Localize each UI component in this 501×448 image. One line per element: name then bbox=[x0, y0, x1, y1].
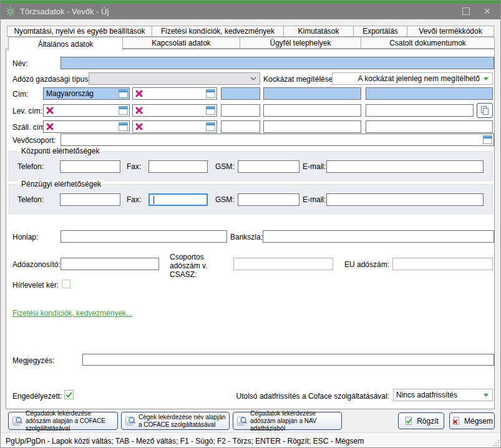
csoportos-adoszam-label: Csoportos adószám v. CSASZ: bbox=[170, 253, 236, 279]
kozponti-groupbox: Központi elérhetőségek Telefon: Fax: GSM… bbox=[9, 151, 493, 181]
szall-irsz-input[interactable] bbox=[221, 120, 260, 133]
browse-window-icon[interactable] bbox=[119, 106, 128, 115]
browse-window-icon[interactable] bbox=[206, 89, 215, 98]
adoazonosito-input[interactable] bbox=[61, 258, 159, 270]
browse-window-icon[interactable] bbox=[119, 89, 128, 98]
vevocsoport-combo[interactable] bbox=[61, 134, 494, 146]
penzugyi-telefon-input[interactable] bbox=[60, 193, 120, 206]
fax-label: Fax: bbox=[127, 195, 141, 204]
tab-vevoi-termekkodok[interactable]: Vevői termékkódok bbox=[407, 26, 494, 37]
clear-red-x-icon[interactable] bbox=[46, 107, 54, 114]
tab-ugyfel-telephelyek[interactable]: Ügyfél telephelyek bbox=[240, 37, 361, 49]
adoazonosito-label: Adóazonosító: bbox=[12, 260, 61, 269]
status-bar: PgUp/PgDn - Lapok közti váltás; TAB - Me… bbox=[1, 432, 501, 448]
telefon-label: Telefon: bbox=[17, 162, 44, 171]
lev-orszag-combo[interactable] bbox=[43, 104, 130, 117]
clear-red-x-icon[interactable] bbox=[135, 123, 143, 130]
clear-red-x-icon[interactable] bbox=[135, 90, 143, 97]
search-document-icon: 100 bbox=[125, 416, 136, 427]
coface-frissites-value: Nincs adatfrissítés bbox=[396, 391, 457, 399]
fax-label: Fax: bbox=[127, 162, 141, 171]
megsem-button[interactable]: Mégsem bbox=[449, 412, 495, 429]
kozponti-telefon-input[interactable] bbox=[60, 160, 120, 173]
szall-orszag-combo[interactable] bbox=[43, 120, 130, 133]
clear-red-x-icon[interactable] bbox=[135, 107, 143, 114]
rogzit-button[interactable]: Rögzít bbox=[398, 412, 444, 429]
browse-window-icon[interactable] bbox=[206, 106, 215, 115]
penzugyi-gsm-input[interactable] bbox=[238, 193, 299, 206]
cancel-x-icon bbox=[451, 416, 461, 426]
button-label: Rögzít bbox=[417, 417, 439, 426]
clear-red-x-icon[interactable] bbox=[46, 123, 54, 130]
app-window: Törzsadatok - Vevők - Új × Nyomtatási, n… bbox=[0, 0, 501, 448]
minimize-button[interactable] bbox=[462, 7, 470, 15]
tab-nyomtatasi-beallitasok[interactable]: Nyomtatási, nyelvi és egyéb beállítások bbox=[7, 26, 152, 37]
kockazat-select[interactable]: A kockázat jelenleg nem megítélhető bbox=[332, 72, 493, 85]
browse-window-icon[interactable] bbox=[119, 122, 128, 131]
footer-bar: 100 Cégadatok lekérdezése adószám alapjá… bbox=[1, 409, 501, 432]
csoportos-adoszam-input[interactable] bbox=[233, 258, 333, 270]
check-icon bbox=[65, 391, 73, 399]
cim-telepules-combo[interactable] bbox=[132, 87, 217, 100]
cim-hazszam-input[interactable] bbox=[366, 87, 493, 100]
megjegyzes-input[interactable] bbox=[82, 354, 494, 366]
honlap-label: Honlap: bbox=[12, 233, 38, 241]
resize-grip[interactable] bbox=[492, 439, 500, 447]
coface-nev-lookup-button[interactable]: 100 Cégek lekérdezése név alapján a COFA… bbox=[121, 412, 230, 430]
kozponti-email-input[interactable] bbox=[326, 160, 484, 173]
penzugyi-groupbox: Pénzügyi elérhetőségek Telefon: Fax: GSM… bbox=[9, 184, 493, 214]
gsm-label: GSM: bbox=[215, 162, 235, 171]
tab-altalanos-adatok[interactable]: Általános adatok bbox=[8, 37, 123, 51]
close-button[interactable]: × bbox=[484, 8, 490, 14]
text-caret bbox=[153, 196, 154, 204]
nev-label: Név: bbox=[12, 59, 28, 68]
tab-row-main: Általános adatok Kapcsolati adatok Ügyfé… bbox=[8, 37, 494, 51]
tab-row-top: Nyomtatási, nyelvi és egyéb beállítások … bbox=[7, 26, 494, 37]
tab-fizetesi-kondiciok[interactable]: Fizetési kondíciók, kedvezmények bbox=[152, 26, 284, 37]
lev-utca-input[interactable] bbox=[263, 104, 361, 117]
coface-adoszam-lookup-button[interactable]: 100 Cégadatok lekérdezése adószám alapjá… bbox=[8, 412, 118, 430]
kockazat-label: Kockázat megítélése: bbox=[263, 75, 335, 84]
app-gear-icon bbox=[6, 7, 15, 16]
szall-telepules-combo[interactable] bbox=[132, 120, 217, 133]
telefon-label: Telefon: bbox=[17, 195, 44, 204]
tab-csatolt-dokumentumok[interactable]: Csatolt dokumentumok bbox=[361, 37, 495, 49]
adozo-tipus-select[interactable] bbox=[89, 72, 260, 85]
kozponti-gsm-input[interactable] bbox=[238, 160, 299, 173]
button-label: Cégadatok lekérdezése adószám alapján a … bbox=[26, 410, 114, 432]
coface-frissites-label: Utolsó adatfrissítés a Coface szolgáltat… bbox=[236, 392, 389, 401]
email-label: E-mail: bbox=[303, 162, 326, 171]
cim-utca-input[interactable] bbox=[263, 87, 361, 100]
nav-adoszam-lookup-button[interactable]: 100 Cégadatok lekérdezése adószám alapjá… bbox=[233, 412, 342, 430]
fizetesi-kondiciok-link[interactable]: Fizetési kondíciók, kedvezmények... bbox=[12, 309, 132, 318]
button-label: Mégsem bbox=[464, 417, 493, 426]
tab-kapcsolati-adatok[interactable]: Kapcsolati adatok bbox=[122, 37, 240, 49]
vevocsoport-label: Vevőcsoport: bbox=[12, 136, 56, 145]
cim-irsz-input[interactable] bbox=[221, 87, 260, 100]
engedelyezett-checkbox[interactable] bbox=[64, 390, 74, 399]
bankszla-input[interactable] bbox=[263, 230, 494, 243]
szall-hazszam-input[interactable] bbox=[366, 120, 493, 133]
nev-input[interactable] bbox=[61, 57, 494, 69]
hirlevel-checkbox[interactable] bbox=[62, 280, 71, 288]
cim-orszag-combo[interactable]: Magyarország bbox=[43, 87, 130, 100]
penzugyi-email-input[interactable] bbox=[326, 193, 484, 206]
browse-window-icon[interactable] bbox=[206, 122, 215, 131]
browse-window-icon[interactable] bbox=[483, 135, 492, 144]
eu-adoszam-input[interactable] bbox=[392, 258, 493, 270]
szall-utca-input[interactable] bbox=[263, 120, 361, 133]
tab-kimutatasok[interactable]: Kimutatások bbox=[283, 26, 354, 37]
lev-telepules-combo[interactable] bbox=[132, 104, 217, 117]
lev-hazszam-input[interactable] bbox=[366, 104, 474, 117]
cim-label: Cím: bbox=[12, 90, 28, 99]
honlap-input[interactable] bbox=[61, 230, 227, 243]
copy-address-button[interactable] bbox=[477, 103, 493, 118]
kozponti-fax-input[interactable] bbox=[148, 160, 208, 173]
coface-frissites-select[interactable]: Nincs adatfrissítés bbox=[393, 389, 493, 401]
titlebar[interactable]: Törzsadatok - Vevők - Új × bbox=[1, 3, 500, 19]
general-data-panel: Név: Adózó gazdasági típusa: Kockázat me… bbox=[6, 49, 495, 409]
bankszla-label: Bankszla: bbox=[230, 233, 263, 241]
penzugyi-fax-input-focused[interactable] bbox=[148, 193, 208, 206]
lev-irsz-input[interactable] bbox=[221, 104, 260, 117]
tab-exportalas[interactable]: Exportálás bbox=[353, 26, 407, 37]
